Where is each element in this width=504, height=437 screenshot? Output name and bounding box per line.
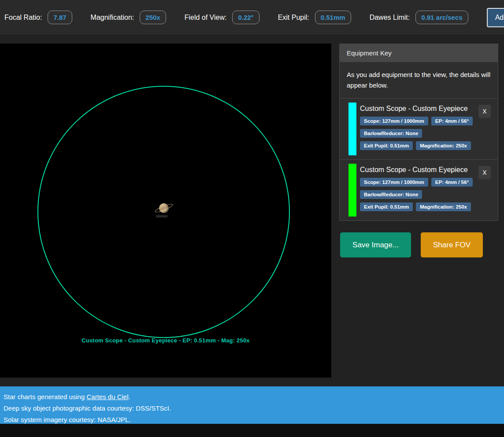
stat-magnification: Magnification: 250x bbox=[91, 11, 166, 24]
equipment-color-swatch-cyan bbox=[348, 103, 356, 155]
focal-ratio-label: Focal Ratio: bbox=[4, 14, 42, 22]
equipment-card-2: Custom Scope - Custom Eyepiece Scope: 12… bbox=[340, 159, 498, 220]
save-image-button[interactable]: Save Image... bbox=[340, 232, 411, 257]
exit-pupil-badge: Exit Pupil: 0.51mm bbox=[360, 202, 413, 211]
equipment-badges: Scope: 127mm / 1000mmEP: 4mm / 56°Barlow… bbox=[360, 117, 476, 154]
credit-suffix: . bbox=[129, 393, 130, 400]
magnification-label: Magnification: bbox=[91, 14, 134, 22]
exit-pupil-badge: Exit Pupil: 0.51mm bbox=[360, 141, 413, 150]
equipment-badges: Scope: 127mm / 1000mmEP: 4mm / 56°Barlow… bbox=[360, 178, 476, 215]
magnification-badge: Magnification: 250x bbox=[416, 202, 471, 211]
field-of-view-label: Field of View: bbox=[185, 14, 227, 22]
scope-badge: Scope: 127mm / 1000mm bbox=[360, 178, 428, 187]
equipment-color-swatch-green bbox=[348, 164, 356, 217]
equipment-key-title: Equipment Key bbox=[340, 44, 498, 62]
share-fov-button[interactable]: Share FOV bbox=[421, 232, 483, 257]
focal-ratio-value: 7.87 bbox=[48, 11, 72, 24]
magnification-badge: Magnification: 250x bbox=[416, 141, 471, 150]
barlow-badge: Barlow/Reducer: None bbox=[360, 129, 422, 138]
eyepiece-badge: EP: 4mm / 56° bbox=[431, 178, 473, 187]
remove-equipment-button[interactable]: X bbox=[478, 166, 491, 179]
stat-exit-pupil: Exit Pupil: 0.51mm bbox=[278, 11, 351, 24]
fov-calculator-app: Focal Ratio: 7.87 Magnification: 250x Fi… bbox=[0, 0, 504, 437]
field-of-view-value: 0.22° bbox=[232, 11, 259, 24]
equipment-title: Custom Scope - Custom Eyepiece bbox=[360, 105, 476, 113]
saturn-label-smudge bbox=[156, 215, 167, 217]
dawes-limit-label: Dawes Limit: bbox=[370, 14, 410, 22]
star-chart-view: Custom Scope - Custom Eyepiece - EP: 0.5… bbox=[0, 44, 331, 378]
credit-deep-sky: Deep sky object photographic data courte… bbox=[4, 403, 500, 414]
dawes-limit-value: 0.91 arc/secs bbox=[415, 11, 468, 24]
exit-pupil-value: 0.51mm bbox=[315, 11, 351, 24]
cartes-du-ciel-link[interactable]: Cartes du Ciel bbox=[86, 393, 128, 400]
equipment-key-panel: Equipment Key As you add equipment to th… bbox=[339, 44, 498, 221]
magnification-value: 250x bbox=[140, 11, 166, 24]
stat-field-of-view: Field of View: 0.22° bbox=[185, 11, 259, 24]
remove-equipment-button[interactable]: X bbox=[478, 105, 491, 118]
equipment-key-intro: As you add equipment to the view, the de… bbox=[340, 62, 498, 98]
barlow-badge: Barlow/Reducer: None bbox=[360, 190, 422, 199]
bottom-strip bbox=[0, 424, 504, 437]
credits-footer: Star charts generated using Cartes du Ci… bbox=[0, 386, 504, 424]
eyepiece-badge: EP: 4mm / 56° bbox=[431, 117, 473, 125]
credit-star-charts: Star charts generated using Cartes du Ci… bbox=[4, 391, 500, 403]
equipment-card-1: Custom Scope - Custom Eyepiece Scope: 12… bbox=[340, 98, 498, 159]
credit-prefix: Star charts generated using bbox=[4, 393, 86, 400]
fov-caption: Custom Scope - Custom Eyepiece - EP: 0.5… bbox=[0, 337, 331, 344]
add-to-view-button[interactable]: Add to View bbox=[487, 8, 504, 27]
exit-pupil-label: Exit Pupil: bbox=[278, 14, 309, 22]
stats-toolbar: Focal Ratio: 7.87 Magnification: 250x Fi… bbox=[0, 0, 504, 35]
stat-dawes-limit: Dawes Limit: 0.91 arc/secs bbox=[370, 11, 468, 24]
equipment-title: Custom Scope - Custom Eyepiece bbox=[360, 166, 476, 174]
saturn-body bbox=[158, 202, 170, 215]
stat-focal-ratio: Focal Ratio: 7.87 bbox=[4, 11, 72, 24]
scope-badge: Scope: 127mm / 1000mm bbox=[360, 117, 428, 125]
